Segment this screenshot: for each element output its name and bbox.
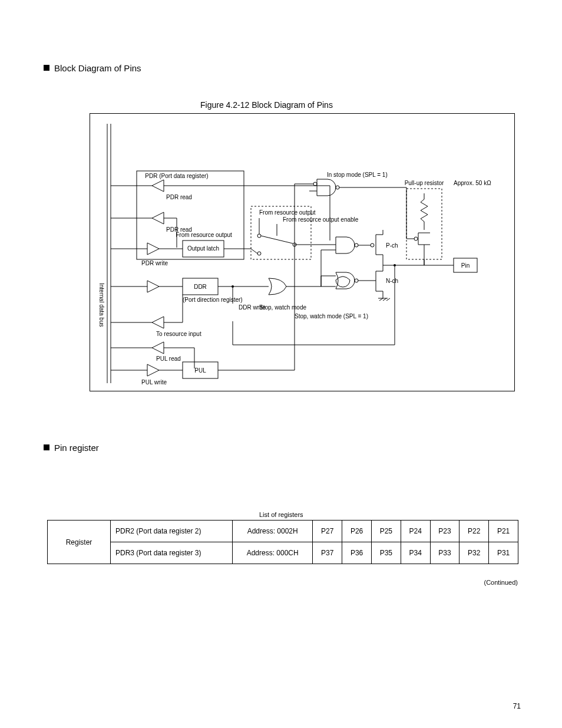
table-cell: Address: 000CH (233, 542, 313, 564)
table-cell: P23 (430, 521, 459, 542)
table-cell: P37 (313, 542, 342, 564)
table-cell: P35 (371, 542, 401, 564)
svg-point-87 (232, 285, 234, 288)
table-cell: P22 (459, 521, 489, 542)
svg-marker-98 (147, 364, 159, 376)
svg-text:P-ch: P-ch (386, 242, 398, 249)
svg-marker-93 (152, 342, 164, 354)
register-list-label: List of registers (259, 510, 303, 520)
nor-gate-nch (336, 272, 368, 289)
ddr-or-gate (269, 250, 336, 295)
svg-point-27 (336, 186, 339, 189)
svg-point-19 (257, 234, 261, 238)
svg-point-71 (394, 264, 396, 266)
table-cell: PDR3 (Port data register 3) (111, 542, 233, 564)
svg-point-45 (355, 243, 358, 247)
svg-point-41 (414, 237, 418, 241)
pull-up-block: Pull-up resistor Approx. 50 kΩ (405, 180, 491, 265)
table-cell: P34 (401, 542, 430, 564)
svg-text:To resource input: To resource input (156, 331, 201, 337)
svg-marker-7 (152, 212, 164, 224)
table-cell: P25 (371, 521, 401, 542)
table-cell: PDR2 (Port data register 2) (111, 521, 233, 542)
svg-text:PUL read: PUL read (156, 355, 181, 362)
svg-point-28 (313, 182, 317, 186)
pin-label: Pin (461, 262, 470, 269)
svg-text:PDR read: PDR read (166, 194, 192, 200)
svg-text:PUL write: PUL write (141, 379, 167, 386)
table-cell: P26 (342, 521, 372, 542)
from-resource-out: From resource output (176, 232, 232, 238)
resource-output: From resource output (259, 209, 316, 216)
svg-marker-3 (152, 180, 164, 192)
svg-text:PUL: PUL (194, 367, 206, 374)
svg-line-22 (261, 236, 293, 243)
svg-text:PDR write: PDR write (141, 260, 168, 266)
table-header-register: Register (48, 521, 111, 564)
svg-text:N-ch: N-ch (386, 278, 398, 284)
table-cell: P33 (430, 542, 459, 564)
svg-text:DDR: DDR (194, 284, 207, 290)
svg-line-65 (383, 298, 386, 301)
section-title-pin-register: Pin register (54, 443, 99, 453)
svg-point-20 (257, 252, 261, 255)
nand-gate-pch (336, 237, 368, 253)
table-cell: P21 (489, 521, 518, 542)
nand-gate-stop: In stop mode (SPL = 1) (295, 172, 406, 196)
svg-text:In stop mode (SPL = 1): In stop mode (SPL = 1) (327, 172, 388, 178)
bus-label: Internal data bus (98, 283, 105, 327)
pul-read-buffer: PUL read (111, 342, 194, 368)
page-number: 71 (513, 702, 521, 710)
register-table: Register PDR2 (Port data register 2) Add… (47, 520, 518, 564)
stop-watch-label: Stop, watch mode (259, 304, 306, 311)
svg-marker-12 (147, 243, 159, 255)
pdr-write-buffer: PDR write (111, 243, 183, 266)
table-cell: P27 (313, 521, 342, 542)
pdr-block-label: PDR (Port data register) (145, 173, 208, 179)
svg-line-66 (386, 298, 390, 301)
svg-point-47 (355, 279, 358, 282)
table-cell: Address: 0002H (233, 521, 313, 542)
stop-watch-spl: Stop, watch mode (SPL = 1) (295, 313, 368, 319)
table-cell: P36 (342, 542, 372, 564)
svg-marker-73 (147, 281, 159, 292)
table-cell: P32 (459, 542, 489, 564)
pdr-read-buffer-2: PDR read (111, 212, 192, 248)
svg-text:Approx. 50 kΩ: Approx. 50 kΩ (454, 180, 491, 186)
svg-line-64 (379, 298, 383, 301)
resource-enable: From resource output enable (283, 216, 359, 223)
svg-marker-88 (152, 317, 164, 328)
svg-line-25 (251, 249, 257, 253)
ddr-block: DDR (Port direction register) (111, 278, 269, 303)
pdr-read-buffer-1: PDR read (111, 180, 330, 200)
output-latch-label: Output latch (187, 245, 219, 252)
svg-text:(Port direction register): (Port direction register) (183, 297, 243, 303)
continued-note: (Continued) (484, 578, 518, 588)
svg-point-50 (371, 243, 374, 247)
svg-text:Pull-up resistor: Pull-up resistor (405, 180, 444, 186)
table-cell: P31 (489, 542, 518, 564)
table-cell: P24 (401, 521, 430, 542)
